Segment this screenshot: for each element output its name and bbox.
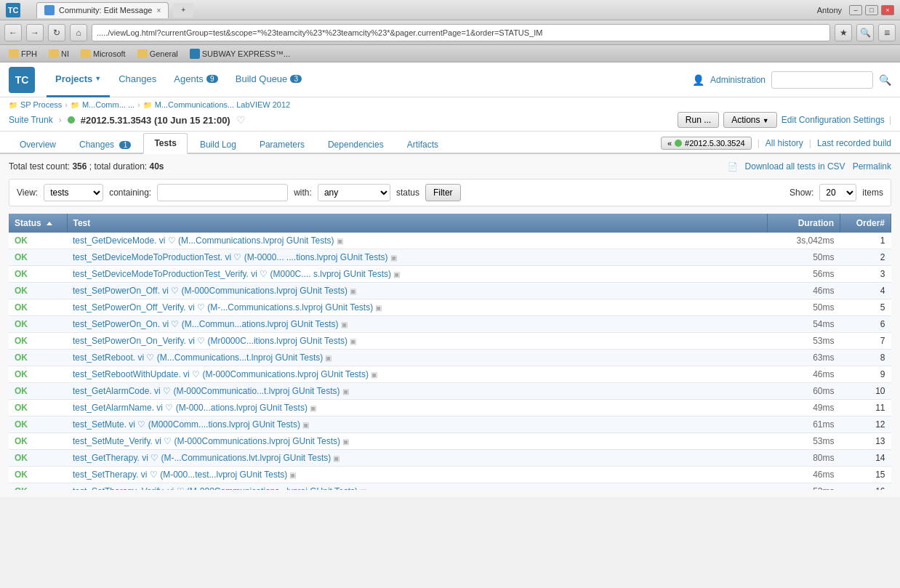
table-row[interactable]: OKtest_SetPowerOn_Off. vi ♡ (M-000Commun… bbox=[9, 283, 891, 299]
table-row[interactable]: OKtest_GetAlarmCode. vi ♡ (M-000Communic… bbox=[9, 383, 891, 400]
test-diff-icon: ▣ bbox=[350, 287, 356, 295]
test-link[interactable]: test_SetPowerOn_On. vi ♡ (M...Commun...a… bbox=[73, 319, 339, 329]
tab-close-btn[interactable]: × bbox=[156, 7, 161, 15]
download-csv-link[interactable]: Download all tests in CSV bbox=[745, 161, 845, 172]
test-link[interactable]: test_GetAlarmName. vi ♡ (M-000...ations.… bbox=[73, 403, 308, 413]
actions-button[interactable]: Actions ▼ bbox=[723, 112, 777, 128]
test-link[interactable]: test_SetPowerOn_Off. vi ♡ (M-000Communic… bbox=[73, 286, 347, 296]
table-row[interactable]: OKtest_SetMute. vi ♡ (M000Comm....tions.… bbox=[9, 416, 891, 433]
status-ok-label: OK bbox=[15, 470, 28, 480]
tab-tests[interactable]: Tests bbox=[143, 133, 187, 154]
test-link[interactable]: test_SetDeviceModeToProductionTest_Verif… bbox=[73, 269, 391, 279]
nav-changes[interactable]: Changes bbox=[110, 63, 165, 97]
header-right: 👤 Administration 🔍 bbox=[692, 71, 891, 89]
nav-build-queue[interactable]: Build Queue 3 bbox=[227, 63, 311, 97]
test-cell: test_SetDeviceModeToProductionTest. vi ♡… bbox=[67, 249, 768, 266]
folder-icon bbox=[137, 49, 148, 58]
forward-btn[interactable]: → bbox=[26, 24, 44, 41]
table-row[interactable]: OKtest_SetRebootWithUpdate. vi ♡ (M-000C… bbox=[9, 366, 891, 383]
close-btn[interactable]: × bbox=[881, 5, 894, 15]
breadcrumb-link-2[interactable]: M...Communications... LabVIEW 2012 bbox=[155, 100, 290, 109]
maximize-btn[interactable]: □ bbox=[865, 5, 878, 15]
test-link[interactable]: test_SetTherapy_Verify. vi ♡ (M-000Commu… bbox=[73, 486, 358, 490]
breadcrumb-link-1[interactable]: M...Comm... ... bbox=[82, 100, 134, 109]
breadcrumb-link-0[interactable]: SP Process bbox=[20, 100, 62, 109]
config-link[interactable]: Edit Configuration Settings bbox=[782, 115, 885, 125]
build-actions: Run ... Actions ▼ Edit Configuration Set… bbox=[678, 112, 891, 128]
tab-dependencies[interactable]: Dependencies bbox=[317, 134, 395, 154]
show-select[interactable]: 102050100 bbox=[819, 184, 856, 201]
permalink-link[interactable]: Permalink bbox=[853, 161, 891, 172]
table-row[interactable]: OKtest_GetTherapy. vi ♡ (M-...Communicat… bbox=[9, 450, 891, 467]
table-row[interactable]: OKtest_GetDeviceMode. vi ♡ (M...Communic… bbox=[9, 233, 891, 249]
build-favorite-icon[interactable]: ♡ bbox=[236, 114, 246, 126]
new-tab-btn[interactable]: + bbox=[173, 3, 193, 17]
col-status[interactable]: Status bbox=[9, 214, 67, 233]
test-link[interactable]: test_SetPowerOn_Off_Verify. vi ♡ (M-...C… bbox=[73, 302, 373, 313]
duration-cell: 80ms bbox=[768, 450, 840, 467]
bookmark-ni[interactable]: NI bbox=[46, 49, 72, 59]
status-ok-label: OK bbox=[15, 302, 28, 313]
filter-button[interactable]: Filter bbox=[425, 184, 461, 201]
table-row[interactable]: OKtest_SetDeviceModeToProductionTest. vi… bbox=[9, 249, 891, 266]
tab-build-log[interactable]: Build Log bbox=[189, 134, 247, 154]
test-link[interactable]: test_SetDeviceModeToProductionTest. vi ♡… bbox=[73, 252, 388, 262]
test-table-container[interactable]: Status Test Duration Order# OKtest_GetDe… bbox=[9, 214, 891, 490]
bookmark-microsoft[interactable]: Microsoft bbox=[78, 49, 129, 59]
view-select[interactable]: testssuitespackages bbox=[44, 184, 103, 201]
test-link[interactable]: test_GetDeviceMode. vi ♡ (M...Communicat… bbox=[73, 235, 334, 246]
status-ok-label: OK bbox=[15, 286, 28, 296]
status-cell: OK bbox=[9, 450, 67, 467]
table-row[interactable]: OKtest_SetTherapy. vi ♡ (M-000...test...… bbox=[9, 467, 891, 483]
table-row[interactable]: OKtest_SetDeviceModeToProductionTest_Ver… bbox=[9, 266, 891, 283]
header-search-icon[interactable]: 🔍 bbox=[879, 74, 891, 86]
test-diff-icon: ▣ bbox=[342, 387, 349, 395]
run-button[interactable]: Run ... bbox=[678, 112, 719, 128]
table-row[interactable]: OKtest_SetReboot. vi ♡ (M...Communicatio… bbox=[9, 350, 891, 366]
test-link[interactable]: test_SetPowerOn_On_Verify. vi ♡ (Mr0000C… bbox=[73, 336, 347, 346]
url-bar[interactable]: ...../viewLog.html?currentGroup=test&sco… bbox=[92, 24, 830, 41]
test-cell: test_SetPowerOn_On. vi ♡ (M...Commun...a… bbox=[67, 316, 768, 333]
bookmark-fph[interactable]: FPH bbox=[6, 49, 40, 59]
table-row[interactable]: OKtest_SetTherapy_Verify. vi ♡ (M-000Com… bbox=[9, 483, 891, 491]
menu-btn[interactable]: ≡ bbox=[878, 24, 896, 41]
test-link[interactable]: test_SetTherapy. vi ♡ (M-000...test...lv… bbox=[73, 470, 287, 480]
browser-tab[interactable]: Community: Edit Message × bbox=[36, 2, 169, 18]
order-cell: 9 bbox=[840, 366, 891, 383]
table-row[interactable]: OKtest_SetPowerOn_On. vi ♡ (M...Commun..… bbox=[9, 316, 891, 333]
all-history-link[interactable]: All history bbox=[766, 138, 803, 148]
table-row[interactable]: OKtest_SetPowerOn_On_Verify. vi ♡ (Mr000… bbox=[9, 333, 891, 350]
bookmark-subway[interactable]: SUBWAY EXPRESS™... bbox=[187, 48, 293, 60]
test-link[interactable]: test_SetReboot. vi ♡ (M...Communications… bbox=[73, 353, 323, 363]
with-select[interactable]: anypassedfailedignored bbox=[318, 184, 390, 201]
admin-link[interactable]: Administration bbox=[710, 75, 766, 85]
home-btn[interactable]: ⌂ bbox=[70, 24, 87, 41]
header-search-input[interactable] bbox=[771, 71, 873, 89]
table-row[interactable]: OKtest_GetAlarmName. vi ♡ (M-000...ation… bbox=[9, 400, 891, 416]
test-link[interactable]: test_SetMute. vi ♡ (M000Comm....tions.lv… bbox=[73, 419, 300, 430]
test-link[interactable]: test_GetAlarmCode. vi ♡ (M-000Communicat… bbox=[73, 386, 340, 396]
tab-parameters[interactable]: Parameters bbox=[249, 134, 316, 154]
prev-build-btn[interactable]: « #2012.5.30.3524 bbox=[661, 137, 752, 150]
tab-artifacts[interactable]: Artifacts bbox=[396, 134, 449, 154]
bookmark-general[interactable]: General bbox=[134, 49, 181, 59]
suite-trunk-link[interactable]: Suite Trunk bbox=[9, 115, 53, 125]
bookmark-btn[interactable]: ★ bbox=[835, 24, 852, 41]
browser-search-btn[interactable]: 🔍 bbox=[856, 24, 874, 41]
tab-overview[interactable]: Overview bbox=[9, 134, 67, 154]
table-row[interactable]: OKtest_SetPowerOn_Off_Verify. vi ♡ (M-..… bbox=[9, 299, 891, 316]
test-link[interactable]: test_GetTherapy. vi ♡ (M-...Communicatio… bbox=[73, 453, 331, 463]
bookmark-general-label: General bbox=[150, 49, 178, 58]
containing-input[interactable] bbox=[157, 184, 288, 201]
tab-changes[interactable]: Changes 1 bbox=[68, 134, 142, 154]
test-link[interactable]: test_SetMute_Verify. vi ♡ (M-000Communic… bbox=[73, 436, 340, 446]
table-row[interactable]: OKtest_SetMute_Verify. vi ♡ (M-000Commun… bbox=[9, 433, 891, 450]
last-recorded-link[interactable]: Last recorded build bbox=[817, 138, 891, 148]
test-link[interactable]: test_SetRebootWithUpdate. vi ♡ (M-000Com… bbox=[73, 369, 369, 379]
minimize-btn[interactable]: – bbox=[849, 5, 862, 15]
back-btn[interactable]: ← bbox=[4, 24, 22, 41]
main-content: Total test count: 356 ; total duration: … bbox=[0, 154, 900, 497]
nav-agents[interactable]: Agents 9 bbox=[165, 63, 226, 97]
nav-projects[interactable]: Projects ▼ bbox=[47, 63, 110, 97]
refresh-btn[interactable]: ↻ bbox=[48, 24, 65, 41]
